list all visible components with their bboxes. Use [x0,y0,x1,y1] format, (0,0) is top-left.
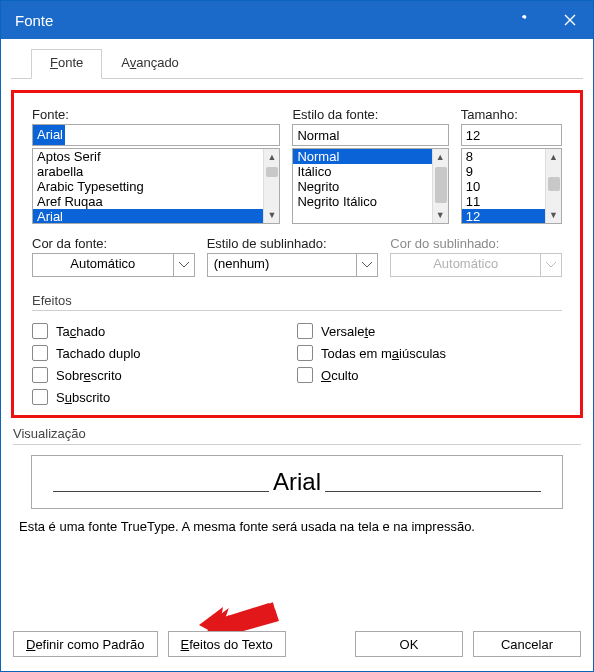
effects-label: Efeitos [32,293,72,308]
underline-style-label: Estilo de sublinhado: [207,236,379,251]
checkbox-tachado-duplo[interactable]: Tachado duplo [32,345,297,361]
checkbox-maiusculas[interactable]: Todas em maiúsculas [297,345,562,361]
font-color-value: Automático [32,253,173,277]
scrollbar[interactable]: ▲ ▼ [545,149,561,223]
underline-style-value: (nenhum) [207,253,357,277]
font-color-dropdown[interactable]: Automático [32,253,195,277]
tab-fonte[interactable]: Fonte [31,49,102,79]
button-bar: Definir como Padrão Efeitos do Texto OK … [13,631,581,657]
font-input[interactable]: Arial [32,124,280,146]
scroll-down-icon[interactable]: ▼ [264,207,279,223]
chevron-down-icon [540,253,562,277]
highlight-box: Fonte: Arial Aptos Serif arabella Arabic… [11,90,583,418]
underline-style-dropdown[interactable]: (nenhum) [207,253,379,277]
list-item[interactable]: Negrito [293,179,447,194]
preview-text: Arial [269,468,325,496]
list-item[interactable]: arabella [33,164,279,179]
underline-color-dropdown: Automático [390,253,562,277]
style-label: Estilo da fonte: [292,107,448,122]
checkbox-oculto[interactable]: Oculto [297,367,562,383]
ok-button[interactable]: OK [355,631,463,657]
titlebar: Fonte [1,1,593,39]
text-effects-button[interactable]: Efeitos do Texto [168,631,286,657]
style-input[interactable] [292,124,448,146]
annotation-arrow [203,595,277,635]
close-button[interactable] [547,1,593,39]
font-color-label: Cor da fonte: [32,236,195,251]
cancel-button[interactable]: Cancelar [473,631,581,657]
list-item[interactable]: Arabic Typesetting [33,179,279,194]
style-listbox[interactable]: Normal Itálico Negrito Negrito Itálico ▲… [292,148,448,224]
font-listbox[interactable]: Aptos Serif arabella Arabic Typesetting … [32,148,280,224]
underline-color-value: Automático [390,253,540,277]
size-label: Tamanho: [461,107,562,122]
window-title: Fonte [15,12,53,29]
scrollbar[interactable]: ▲ ▼ [432,149,448,223]
set-default-button[interactable]: Definir como Padrão [13,631,158,657]
list-item[interactable]: Aptos Serif [33,149,279,164]
list-item[interactable]: Negrito Itálico [293,194,447,209]
checkbox-versalete[interactable]: Versalete [297,323,562,339]
list-item[interactable]: Arial [33,209,279,224]
list-item[interactable]: Itálico [293,164,447,179]
scroll-up-icon[interactable]: ▲ [433,149,448,165]
chevron-down-icon[interactable] [173,253,195,277]
scroll-down-icon[interactable]: ▼ [433,207,448,223]
size-listbox[interactable]: 8 9 10 11 12 ▲ ▼ [461,148,562,224]
preview-label: Visualização [13,426,86,441]
preview-box: Arial [31,455,563,509]
font-label: Fonte: [32,107,280,122]
underline-color-label: Cor do sublinhado: [390,236,562,251]
size-input[interactable] [461,124,562,146]
list-item[interactable]: Normal [293,149,447,164]
checkbox-tachado[interactable]: Tachado [32,323,297,339]
tab-strip: Fonte Avançado [31,49,593,79]
tab-avancado[interactable]: Avançado [102,49,198,79]
scroll-up-icon[interactable]: ▲ [546,149,561,165]
scrollbar[interactable]: ▲ ▼ [263,149,279,223]
scroll-up-icon[interactable]: ▲ [264,149,279,165]
font-dialog: Fonte Fonte Avançado Fonte: Arial Aptos … [0,0,594,672]
checkbox-sobrescrito[interactable]: Sobrescrito [32,367,297,383]
help-button[interactable] [501,1,547,39]
scroll-down-icon[interactable]: ▼ [546,207,561,223]
chevron-down-icon[interactable] [356,253,378,277]
list-item[interactable]: Aref Ruqaa [33,194,279,209]
checkbox-subscrito[interactable]: Subscrito [32,389,297,405]
preview-note: Esta é uma fonte TrueType. A mesma fonte… [19,519,575,534]
